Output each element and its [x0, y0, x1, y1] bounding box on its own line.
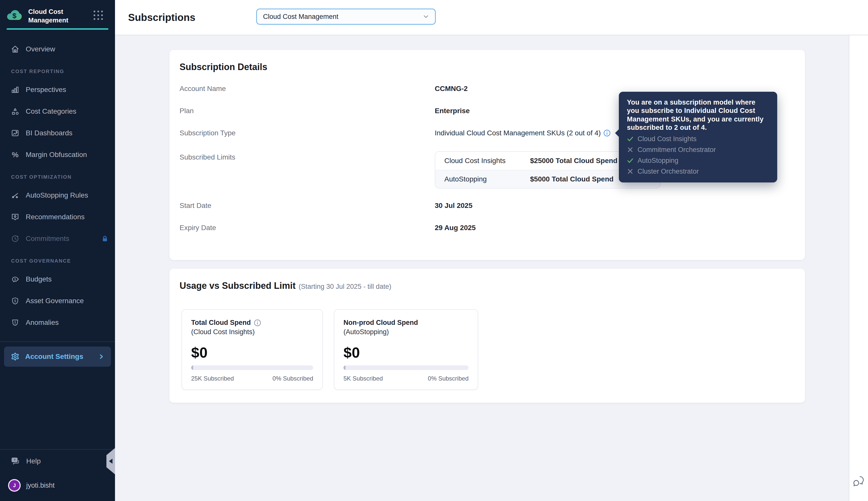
- usage-card-footer: 25K Subscribed 0% Subscribed: [191, 375, 313, 382]
- tooltip-text: You are on a subscription model where yo…: [627, 98, 769, 132]
- username: jyoti.bisht: [26, 482, 55, 489]
- tooltip-item-label: Cluster Orchestrator: [638, 168, 699, 175]
- sidebar-item-asset-governance[interactable]: $ Asset Governance: [0, 290, 115, 312]
- sidebar-item-anomalies[interactable]: Anomalies: [0, 312, 115, 333]
- sidebar-item-overview[interactable]: Overview: [0, 38, 115, 60]
- sidebar-item-cost-categories[interactable]: Cost Categories: [0, 100, 115, 122]
- info-icon[interactable]: [254, 319, 261, 327]
- usage-card-nonprod-cloud-spend: Non-prod Cloud Spend (AutoStopping) $0 5…: [334, 309, 478, 390]
- sidebar-divider: [0, 341, 115, 342]
- detail-row-expiry-date: Expiry Date 29 Aug 2025: [179, 217, 795, 239]
- usage-amount: $0: [344, 344, 469, 361]
- usage-amount: $0: [191, 344, 313, 361]
- bar-chart-icon: [11, 85, 20, 94]
- cloud-cost-logo-icon: $: [6, 7, 23, 24]
- subscription-type-text: Individual Cloud Cost Management SKUs (2…: [435, 129, 601, 137]
- sidebar-item-label: Recommendations: [26, 213, 84, 221]
- info-icon[interactable]: [603, 129, 611, 137]
- usage-card-total-cloud-spend: Total Cloud Spend (Cloud Cost Insights) …: [181, 309, 323, 390]
- usage-card-title-text: Non-prod Cloud Spend: [344, 319, 418, 327]
- svg-text:?: ?: [14, 458, 15, 462]
- tooltip-item: Commitment Orchestrator: [627, 146, 769, 154]
- sku-limit: $5000 Total Cloud Spend: [530, 175, 614, 183]
- usage-card-subtitle: (Cloud Cost Insights): [191, 328, 313, 336]
- sku-name: Cloud Cost Insights: [445, 157, 530, 165]
- sidebar-item-label: Overview: [26, 45, 55, 53]
- tooltip-item: AutoStopping: [627, 157, 769, 164]
- page-header: Subscriptions Cloud Cost Management: [115, 0, 868, 35]
- shield-dollar-icon: $: [11, 296, 20, 306]
- check-icon: [627, 157, 634, 164]
- help-button[interactable]: ? Help: [0, 450, 115, 473]
- detail-label: Plan: [179, 107, 435, 115]
- svg-text:$: $: [12, 12, 17, 20]
- usage-card-title: Total Cloud Spend: [191, 319, 313, 327]
- tooltip-item-label: AutoStopping: [638, 157, 678, 164]
- sidebar-item-account-settings[interactable]: Account Settings: [4, 347, 111, 367]
- sku-limit: $25000 Total Cloud Spend: [530, 157, 617, 165]
- avatar: J: [8, 479, 21, 492]
- detail-label: Account Name: [179, 85, 435, 93]
- help-chat-icon: ?: [11, 456, 20, 466]
- sidebar-item-label: Cost Categories: [26, 107, 76, 115]
- sku-name: AutoStopping: [445, 175, 530, 183]
- autostopping-icon: [11, 191, 20, 200]
- chevron-right-icon: [98, 353, 105, 360]
- check-icon: [627, 136, 634, 142]
- usage-progress-fill: [344, 365, 345, 370]
- module-selector-dropdown[interactable]: Cloud Cost Management: [256, 9, 436, 25]
- anomaly-alert-icon: [11, 318, 20, 327]
- sidebar-item-commitments[interactable]: Commitments: [0, 228, 115, 249]
- sidebar-item-margin-obfuscation[interactable]: % Margin Obfuscation: [0, 144, 115, 166]
- chevron-down-icon: [423, 14, 429, 20]
- detail-label: Start Date: [179, 202, 435, 210]
- tooltip-item: Cluster Orchestrator: [627, 168, 769, 175]
- subscribed-amount-label: 5K Subscribed: [344, 375, 383, 382]
- usage-card-title: Non-prod Cloud Spend: [344, 319, 469, 327]
- sidebar: $ Cloud Cost Management Overview COST RE…: [0, 0, 115, 501]
- help-label: Help: [26, 457, 41, 465]
- detail-label: Subscription Type: [179, 129, 435, 137]
- subscribed-percent-label: 0% Subscribed: [273, 375, 313, 382]
- sidebar-item-label: AutoStopping Rules: [26, 191, 88, 199]
- usage-progress-bar: [191, 365, 313, 370]
- subscribed-amount-label: 25K Subscribed: [191, 375, 234, 382]
- sidebar-item-label: Commitments: [26, 235, 69, 243]
- user-menu[interactable]: J jyoti.bisht: [0, 473, 115, 498]
- commitments-clock-icon: [11, 234, 20, 243]
- svg-text:$: $: [14, 277, 16, 281]
- usage-card-subtitle: (AutoStopping): [344, 328, 469, 336]
- usage-title: Usage vs Subscribed Limit(Starting 30 Ju…: [179, 280, 795, 292]
- module-switcher-grid-icon[interactable]: [94, 11, 103, 20]
- sidebar-item-label: Anomalies: [26, 319, 59, 327]
- sidebar-item-label: Margin Obfuscation: [26, 151, 87, 159]
- sidebar-nav: Overview COST REPORTING Perspectives Cos…: [0, 30, 115, 333]
- detail-row-start-date: Start Date 30 Jul 2025: [179, 194, 795, 217]
- usage-cards: Total Cloud Spend (Cloud Cost Insights) …: [169, 292, 805, 390]
- sidebar-item-label: Perspectives: [26, 86, 66, 94]
- usage-card-title-text: Total Cloud Spend: [191, 319, 251, 327]
- percent-icon: %: [11, 150, 20, 159]
- usage-card-footer: 5K Subscribed 0% Subscribed: [344, 375, 469, 382]
- sidebar-item-bi-dashboards[interactable]: BI Dashboards: [0, 122, 115, 144]
- subscription-details-title: Subscription Details: [179, 62, 795, 73]
- sidebar-footer: ? Help J jyoti.bisht: [0, 449, 115, 501]
- detail-value: CCMNG-2: [435, 85, 468, 93]
- sidebar-item-label: Account Settings: [25, 353, 83, 361]
- chat-support-icon[interactable]: [852, 475, 865, 488]
- sidebar-item-autostopping-rules[interactable]: AutoStopping Rules: [0, 184, 115, 206]
- page-title: Subscriptions: [128, 12, 196, 23]
- piggy-bank-icon: $: [11, 275, 20, 284]
- sidebar-section-cost-optimization: COST OPTIMIZATION: [0, 166, 115, 184]
- sidebar-section-cost-reporting: COST REPORTING: [0, 60, 115, 79]
- usage-progress-bar: [344, 365, 469, 370]
- usage-title-text: Usage vs Subscribed Limit: [179, 280, 295, 291]
- module-selector-value: Cloud Cost Management: [263, 13, 338, 21]
- tooltip-item-label: Commitment Orchestrator: [638, 146, 716, 154]
- sidebar-item-recommendations[interactable]: Recommendations: [0, 206, 115, 228]
- subscription-type-tooltip: You are on a subscription model where yo…: [619, 92, 777, 182]
- sidebar-section-cost-governance: COST GOVERNANCE: [0, 249, 115, 268]
- sidebar-item-budgets[interactable]: $ Budgets: [0, 268, 115, 290]
- sidebar-item-label: BI Dashboards: [26, 129, 72, 137]
- sidebar-item-perspectives[interactable]: Perspectives: [0, 79, 115, 100]
